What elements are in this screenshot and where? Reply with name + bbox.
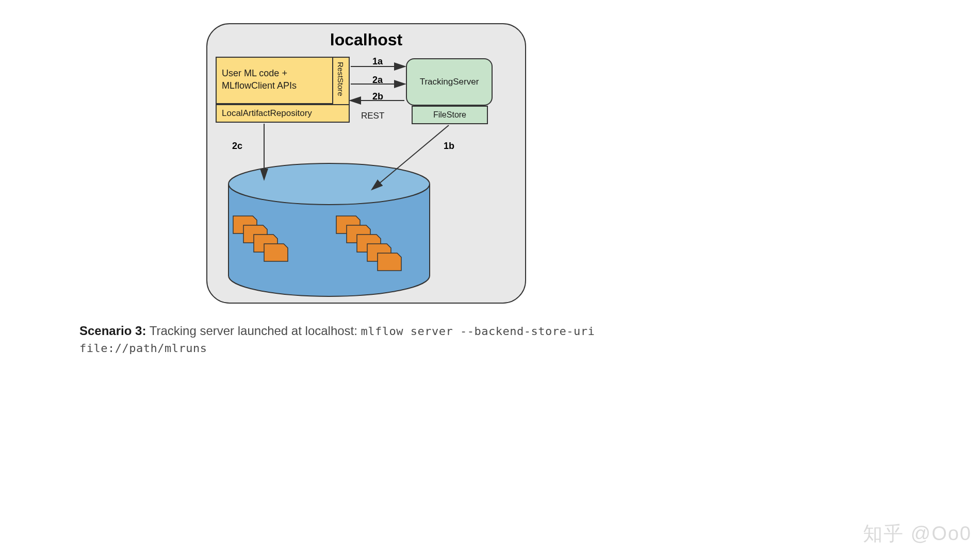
tracking-server-box: TrackingServer — [406, 58, 493, 106]
arrow-label-2a: 2a — [372, 75, 383, 86]
folder-stack-left — [233, 216, 288, 261]
watermark: 知乎 @Oo0 — [863, 521, 972, 547]
scenario-body: Tracking server launched at localhost: — [146, 324, 361, 338]
svg-point-0 — [228, 255, 430, 296]
rest-protocol-label: REST — [361, 111, 384, 121]
scenario-code-1: mlflow server --backend-store-uri — [361, 325, 595, 338]
client-line2: MLflowClient APIs — [222, 80, 297, 91]
reststore-label: RestStore — [336, 62, 345, 96]
tracking-server-label: TrackingServer — [420, 77, 479, 87]
reststore-box: RestStore — [332, 57, 350, 107]
scenario-prefix: Scenario 3: — [79, 324, 146, 338]
client-line1: User ML code + — [222, 68, 287, 78]
scenario-caption: Scenario 3: Tracking server launched at … — [79, 323, 595, 357]
storage-cylinder — [228, 163, 430, 296]
client-text: User ML code + MLflowClient APIs — [222, 67, 297, 92]
localhost-frame: localhost User ML code + MLflowClient AP… — [206, 23, 526, 304]
scenario-code-2: file://path/mlruns — [79, 342, 207, 355]
mlruns-path-0: mlruns/0/.. — [290, 222, 326, 231]
filestore-box: FileStore — [412, 106, 488, 124]
folder-stack-right — [336, 216, 401, 271]
local-artifact-label: LocalArtifactRepository — [222, 108, 312, 119]
filestore-label: FileStore — [433, 110, 466, 120]
arrow-label-2c: 2c — [232, 141, 242, 152]
client-box: User ML code + MLflowClient APIs — [216, 57, 350, 104]
arrow-label-1b: 1b — [444, 141, 454, 152]
arrow-label-1a: 1a — [372, 56, 383, 67]
arrow-label-2b: 2b — [372, 91, 383, 102]
mlruns-path-1: mlruns/1/.. — [290, 233, 326, 242]
svg-point-4 — [228, 163, 430, 205]
local-artifact-box: LocalArtifactRepository — [216, 104, 350, 123]
localhost-title: localhost — [207, 30, 525, 49]
svg-line-9 — [372, 125, 449, 189]
svg-rect-1 — [228, 184, 430, 276]
